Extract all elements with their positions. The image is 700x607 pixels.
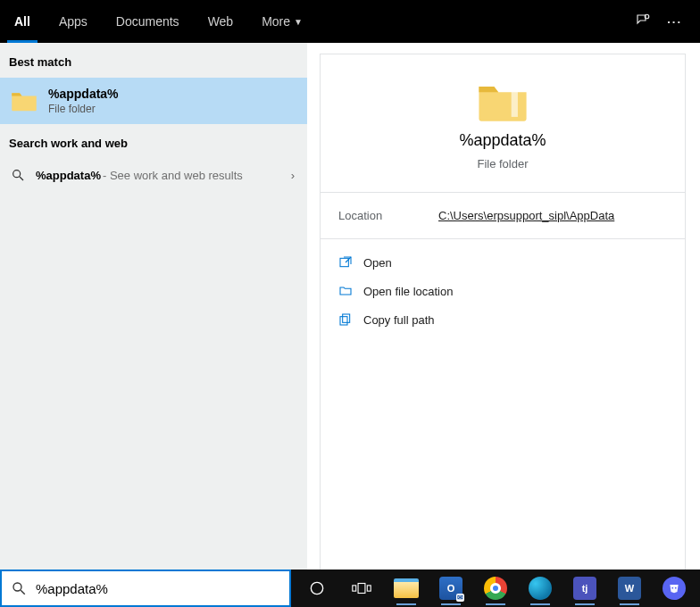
svg-line-8 (21, 590, 25, 595)
preview-card: %appdata% File folder Location C:\Users\… (320, 54, 686, 571)
discord-icon (662, 577, 686, 600)
location-value[interactable]: C:\Users\erpsupport_sipl\AppData (438, 209, 614, 222)
taskbar-area: O✉ tj W (0, 570, 700, 607)
svg-line-2 (20, 177, 23, 180)
preview-actions: Open Open file location Copy full path (321, 238, 685, 343)
search-input[interactable] (36, 581, 280, 596)
search-filter-bar: All Apps Documents Web More▼ ··· (0, 0, 700, 43)
chevron-down-icon: ▼ (294, 17, 303, 27)
tab-documents[interactable]: Documents (102, 0, 194, 43)
tab-more-label: More (262, 14, 290, 29)
action-open[interactable]: Open (328, 248, 678, 277)
preview-pane: %appdata% File folder Location C:\Users\… (307, 43, 700, 570)
taskbar-app-teams[interactable]: tj (566, 571, 604, 605)
svg-rect-3 (512, 91, 518, 117)
task-view-button[interactable] (343, 571, 380, 605)
web-result-query: %appdata% (36, 169, 101, 182)
more-options-icon[interactable]: ··· (667, 15, 682, 29)
search-icon (11, 168, 25, 182)
svg-point-1 (13, 170, 21, 178)
results-list: Best match %appdata% File folder Search … (0, 43, 307, 570)
copy-icon (338, 312, 353, 327)
tab-web[interactable]: Web (194, 0, 248, 43)
taskbar-app-outlook[interactable]: O✉ (432, 571, 470, 605)
task-view-icon (352, 580, 371, 596)
chevron-right-icon: › (291, 169, 295, 182)
tab-apps[interactable]: Apps (45, 0, 102, 43)
edge-icon (529, 577, 552, 600)
svg-rect-12 (367, 586, 371, 591)
tab-web-label: Web (208, 14, 234, 29)
web-result-suffix: - See work and web results (103, 169, 243, 182)
preview-header: %appdata% File folder (321, 71, 685, 192)
cortana-button[interactable] (298, 571, 336, 605)
preview-type: File folder (477, 157, 528, 170)
folder-icon (477, 79, 529, 124)
web-result-text: %appdata% - See work and web results (36, 169, 243, 182)
action-copy-path-label: Copy full path (363, 313, 435, 327)
svg-point-9 (311, 582, 322, 594)
tab-all[interactable]: All (0, 0, 45, 43)
filter-tabs: All Apps Documents Web More▼ (0, 0, 317, 43)
svg-point-7 (13, 583, 21, 591)
open-icon (338, 255, 353, 270)
topbar-right: ··· (635, 12, 700, 31)
search-results-pane: Best match %appdata% File folder Search … (0, 43, 700, 570)
taskbar-app-word[interactable]: W (611, 571, 648, 605)
taskbar-app-edge[interactable] (521, 571, 559, 605)
svg-rect-5 (343, 314, 350, 322)
file-explorer-icon (394, 578, 419, 598)
search-icon (11, 580, 27, 596)
svg-rect-4 (340, 258, 348, 266)
taskbar-app-discord[interactable] (655, 571, 693, 605)
cortana-icon (308, 579, 326, 597)
folder-icon (11, 89, 38, 112)
taskbar-app-chrome[interactable] (477, 571, 514, 605)
best-match-text: %appdata% File folder (48, 87, 119, 115)
action-open-label: Open (363, 256, 392, 270)
svg-rect-11 (358, 584, 365, 594)
web-result[interactable]: %appdata% - See work and web results › (0, 159, 307, 191)
start-search-box[interactable] (0, 570, 291, 607)
chrome-icon (484, 577, 507, 600)
action-open-location[interactable]: Open file location (328, 277, 678, 305)
location-label: Location (338, 209, 403, 222)
best-match-result[interactable]: %appdata% File folder (0, 78, 307, 124)
outlook-icon: O✉ (439, 577, 462, 600)
svg-rect-10 (353, 586, 356, 591)
teams-icon: tj (573, 577, 596, 600)
preview-name: %appdata% (459, 131, 546, 150)
feedback-icon[interactable] (635, 12, 651, 31)
action-copy-path[interactable]: Copy full path (328, 305, 678, 334)
svg-rect-6 (340, 317, 347, 325)
best-match-title: %appdata% (48, 87, 119, 101)
taskbar-app-file-explorer[interactable] (388, 571, 425, 605)
best-match-header: Best match (0, 43, 307, 78)
action-open-location-label: Open file location (363, 285, 453, 298)
word-icon: W (618, 577, 641, 600)
tab-more[interactable]: More▼ (247, 0, 317, 43)
location-row: Location C:\Users\erpsupport_sipl\AppDat… (321, 192, 685, 238)
tab-all-label: All (14, 14, 30, 29)
taskbar: O✉ tj W (291, 570, 700, 607)
tab-apps-label: Apps (59, 14, 88, 29)
tab-documents-label: Documents (116, 14, 179, 29)
folder-open-icon (338, 284, 353, 298)
best-match-subtitle: File folder (48, 103, 119, 115)
work-web-header: Search work and web (0, 124, 307, 159)
